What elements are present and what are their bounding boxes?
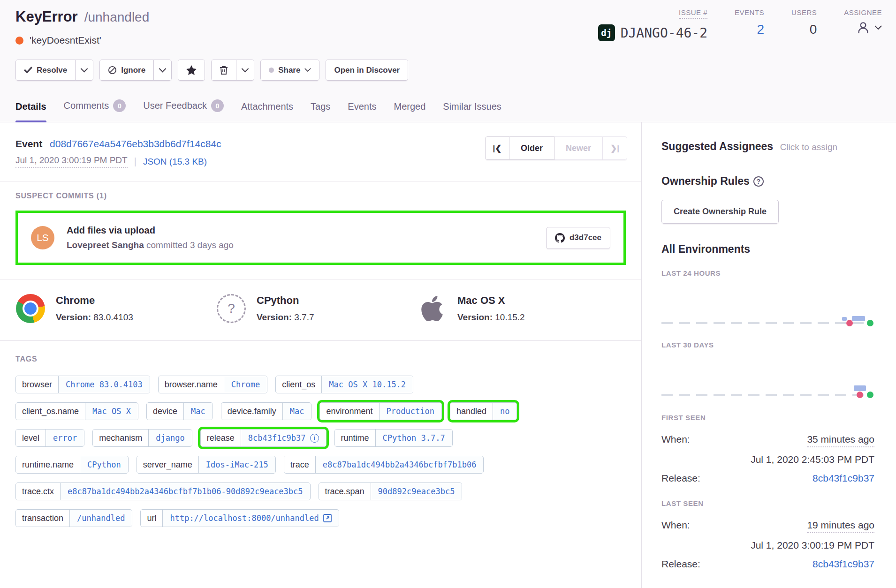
- tag-pill-environment: environmentProduction: [319, 402, 441, 420]
- open-in-discover-button[interactable]: Open in Discover: [326, 60, 408, 80]
- bookmark-star-button[interactable]: [178, 60, 205, 80]
- tab-label: User Feedback: [143, 100, 207, 111]
- resolve-button[interactable]: Resolve: [16, 60, 75, 80]
- event-id-link[interactable]: d08d7667e4a5476eb3b3db6d7f14c84c: [50, 138, 221, 149]
- tag-pill-trace-ctx: trace.ctxe8c87ba1dc494bb2a4346bcfbf7b1b0…: [15, 482, 311, 500]
- tag-value-link[interactable]: no: [493, 403, 516, 420]
- tag-key: mechanism: [93, 430, 149, 446]
- tag-pill-runtime-name: runtime.nameCPython: [15, 456, 129, 474]
- tag-value-link[interactable]: Idos-iMac-215: [199, 456, 275, 473]
- delete-dropdown-button[interactable]: [236, 60, 254, 80]
- tag-value-link[interactable]: 8cb43f1c9b37i: [241, 430, 326, 446]
- tag-pill-browser-name: browser.nameChrome: [158, 376, 267, 393]
- tag-pill-level: levelerror: [15, 429, 84, 447]
- tag-value-link[interactable]: django: [149, 430, 191, 446]
- tab-user-feedback[interactable]: User Feedback0: [143, 99, 224, 122]
- issue-stats: ISSUE # dj DJANGO-46-2 EVENTS 2 USERS 0 …: [598, 8, 882, 41]
- first-seen-when-label: When:: [661, 434, 690, 445]
- tag-key: server_name: [137, 456, 199, 473]
- share-button-group: Share: [260, 60, 319, 81]
- tag-value-link[interactable]: Chrome: [224, 376, 267, 393]
- tag-value-link[interactable]: CPython 3.7.7: [376, 430, 452, 446]
- share-button[interactable]: Share: [261, 60, 319, 80]
- tag-key: browser.name: [159, 376, 224, 393]
- first-seen-marker: [857, 392, 863, 398]
- oldest-event-button[interactable]: |❮: [485, 136, 509, 160]
- tag-value-link[interactable]: Mac: [184, 403, 213, 420]
- assignee-label: ASSIGNEE: [844, 8, 882, 16]
- ignore-button[interactable]: Ignore: [100, 60, 153, 80]
- tag-key: level: [16, 430, 46, 446]
- create-ownership-rule-button[interactable]: Create Ownership Rule: [661, 200, 779, 224]
- context-name: Chrome: [56, 294, 133, 307]
- resolve-dropdown-button[interactable]: [75, 60, 93, 80]
- tag-pill-device-family: device.familyMac: [221, 402, 312, 420]
- commit-meta: committed 3 days ago: [146, 240, 234, 250]
- tag-value-link[interactable]: Chrome 83.0.4103: [59, 376, 150, 393]
- newer-event-button[interactable]: Newer: [554, 136, 603, 160]
- context-cpython: ?CPythonVersion: 3.7.7: [216, 294, 417, 324]
- issue-number-label: ISSUE #: [679, 8, 707, 19]
- tag-pill-transaction: transaction/unhandled: [15, 509, 132, 527]
- stat-assignee: ASSIGNEE: [844, 8, 882, 41]
- tag-value-link[interactable]: e8c87ba1dc494bb2a4346bcfbf7b1b06-90d892c…: [61, 483, 310, 500]
- tab-tags[interactable]: Tags: [311, 101, 330, 122]
- context-name: Mac OS X: [457, 294, 525, 307]
- tag-value-link[interactable]: Mac: [283, 403, 311, 420]
- tag-value-link[interactable]: Mac OS X 10.15.2: [322, 376, 413, 393]
- issue-message: 'keyDoesntExist': [30, 35, 101, 46]
- older-event-button[interactable]: Older: [509, 136, 554, 160]
- info-icon[interactable]: i: [310, 434, 319, 443]
- help-icon[interactable]: ?: [753, 176, 764, 187]
- tag-pill-browser: browserChrome 83.0.4103: [15, 376, 150, 393]
- tag-row: browserChrome 83.0.4103browser.nameChrom…: [15, 376, 626, 393]
- commit-sha-button[interactable]: d3d7cee: [546, 227, 610, 249]
- events-count[interactable]: 2: [757, 22, 765, 37]
- tab-label: Details: [15, 101, 46, 112]
- suggested-assignees-block: Suggested Assignees Click to assign: [661, 140, 874, 153]
- tag-value-link[interactable]: Mac OS X: [85, 403, 138, 420]
- tag-value-link[interactable]: error: [46, 430, 84, 446]
- tag-key: device.family: [221, 403, 283, 420]
- event-header: Event d08d7667e4a5476eb3b3db6d7f14c84c J…: [0, 122, 641, 181]
- tag-pill-release: release8cb43f1c9b37i: [200, 429, 327, 447]
- event-label: Event: [15, 138, 42, 149]
- all-environments-title: All Environments: [661, 243, 874, 256]
- ignore-dropdown-button[interactable]: [153, 60, 171, 80]
- users-count[interactable]: 0: [810, 22, 817, 37]
- apple-icon: [417, 294, 447, 324]
- chevron-down-icon: [304, 68, 311, 72]
- tag-value-link[interactable]: CPython: [80, 456, 128, 473]
- tag-key: trace: [284, 456, 316, 473]
- tag-pill-url: urlhttp://localhost:8000/unhandled: [140, 509, 339, 527]
- tag-value-link[interactable]: e8c87ba1dc494bb2a4346bcfbf7b1b06: [316, 456, 484, 473]
- assignee-dropdown[interactable]: [856, 20, 882, 35]
- tab-similar-issues[interactable]: Similar Issues: [443, 101, 501, 122]
- last-seen-absolute: Jul 1, 2020 3:00:19 PM PDT: [661, 540, 874, 551]
- tab-merged[interactable]: Merged: [394, 101, 426, 122]
- tab-events[interactable]: Events: [348, 101, 376, 122]
- ignore-button-group: Ignore: [99, 60, 172, 81]
- tags-heading: TAGS: [15, 355, 626, 363]
- tab-label: Attachments: [241, 101, 293, 112]
- event-json-link[interactable]: JSON (15.3 KB): [143, 157, 207, 167]
- bookmark-button-group: [178, 60, 205, 81]
- tag-value-link[interactable]: /unhandled: [70, 510, 132, 527]
- skip-to-newest-button[interactable]: ❯|: [603, 136, 627, 160]
- context-version: Version: 10.15.2: [457, 312, 525, 323]
- tab-attachments[interactable]: Attachments: [241, 101, 293, 122]
- tag-key: transaction: [16, 510, 70, 527]
- tag-key: trace.ctx: [16, 483, 61, 500]
- tag-value-link[interactable]: Production: [380, 403, 441, 420]
- tag-value-link[interactable]: 90d892c9eace3bc5: [371, 483, 462, 500]
- delete-button[interactable]: [212, 60, 236, 80]
- tag-pill-server-name: server_nameIdos-iMac-215: [137, 456, 276, 474]
- last-seen-release-link[interactable]: 8cb43f1c9b37: [812, 558, 874, 570]
- tag-value-link[interactable]: http://localhost:8000/unhandled: [163, 510, 338, 527]
- tab-details[interactable]: Details: [15, 101, 46, 122]
- tab-count-badge: 0: [113, 99, 126, 112]
- first-seen-release-link[interactable]: 8cb43f1c9b37: [812, 473, 874, 484]
- external-link-icon[interactable]: [323, 514, 332, 522]
- tag-key: client_os.name: [16, 403, 85, 420]
- tab-comments[interactable]: Comments0: [64, 99, 126, 122]
